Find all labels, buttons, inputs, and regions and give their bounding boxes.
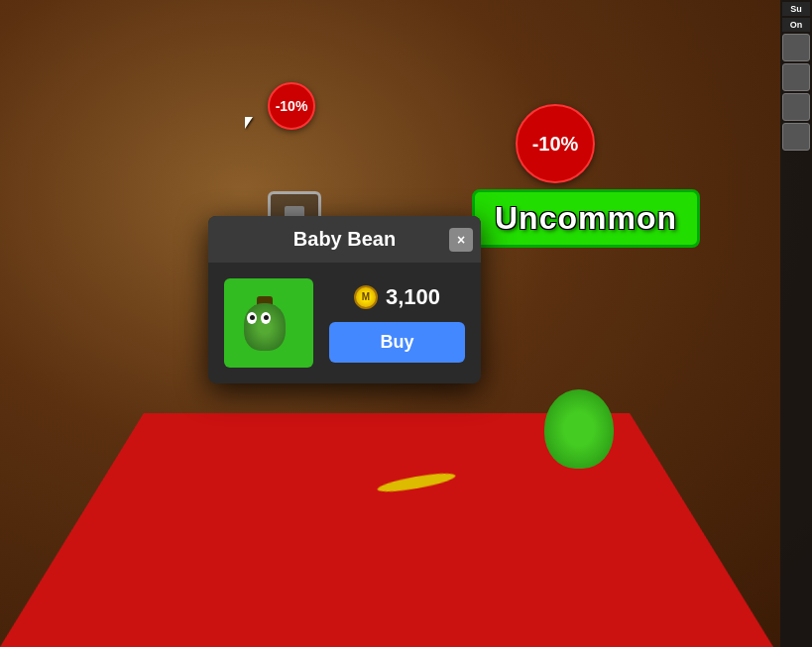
bean-eye-left	[247, 312, 257, 324]
buy-button[interactable]: Buy	[329, 322, 465, 363]
discount-badge-top: -10%	[268, 82, 315, 130]
sidebar-btn-4[interactable]	[782, 123, 810, 151]
discount-center-label: -10%	[532, 133, 579, 156]
sidebar-btn-2[interactable]	[782, 63, 810, 91]
bean-eyes	[247, 312, 271, 324]
uncommon-badge: Uncommon	[472, 189, 700, 248]
cursor	[245, 117, 257, 129]
sidebar-btn-3[interactable]	[782, 93, 810, 121]
bean-character	[239, 291, 298, 356]
green-blob	[544, 389, 614, 469]
modal-body: M 3,100 Buy	[208, 263, 481, 383]
sidebar-text-on: On	[782, 18, 810, 32]
modal-header: Baby Bean ×	[208, 216, 481, 263]
sidebar: Su On	[780, 0, 812, 647]
modal-title: Baby Bean	[224, 228, 465, 251]
discount-badge-center: -10%	[516, 104, 595, 183]
item-modal: Baby Bean × M 3,100 Buy	[208, 216, 481, 383]
item-image	[224, 278, 313, 368]
bean-eye-right	[261, 312, 271, 324]
coin-icon: M	[354, 285, 378, 309]
sidebar-btn-1[interactable]	[782, 34, 810, 61]
price-row: M 3,100	[354, 284, 440, 310]
bean-main-body	[244, 303, 286, 351]
sidebar-text-su: Su	[782, 2, 810, 16]
price-text: 3,100	[386, 284, 440, 310]
discount-top-label: -10%	[276, 98, 308, 114]
modal-close-button[interactable]: ×	[449, 228, 473, 252]
uncommon-label: Uncommon	[495, 200, 677, 236]
item-info: M 3,100 Buy	[329, 284, 465, 363]
